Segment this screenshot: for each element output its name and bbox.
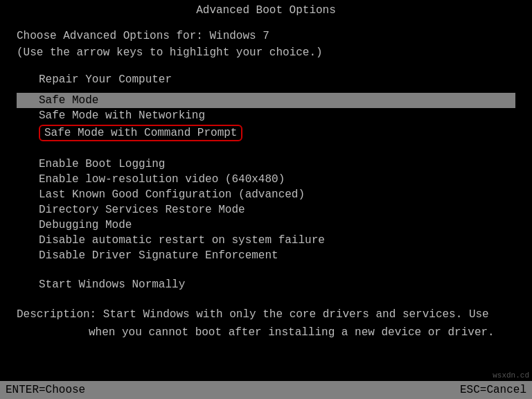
title-bar: Advanced Boot Options (0, 0, 532, 21)
menu-item-safe-mode-networking[interactable]: Safe Mode with Networking (17, 108, 515, 123)
repair-computer[interactable]: Repair Your Computer (17, 72, 515, 87)
description-section: Description: Start Windows with only the… (17, 306, 515, 342)
menu-item-safe-mode-command-prompt[interactable]: Safe Mode with Command Prompt (17, 123, 515, 143)
main-content: Choose Advanced Options for: Windows 7 (… (0, 21, 532, 342)
bottom-bar: ENTER=Choose ESC=Cancel (0, 381, 532, 399)
menu-item-start-windows-normally[interactable]: Start Windows Normally (17, 277, 515, 292)
header-line1: Choose Advanced Options for: Windows 7 (17, 28, 515, 44)
title-text: Advanced Boot Options (196, 4, 336, 17)
menu-item-disable-restart[interactable]: Disable automatic restart on system fail… (17, 233, 515, 248)
menu-item-low-res-video[interactable]: Enable low-resolution video (640x480) (17, 172, 515, 187)
circle-highlight: Safe Mode with Command Prompt (39, 125, 242, 141)
menu-section: Repair Your Computer Safe Mode Safe Mode… (17, 72, 515, 292)
header-line2: (Use the arrow keys to highlight your ch… (17, 44, 515, 61)
esc-cancel-label: ESC=Cancel (460, 384, 526, 396)
description-header: Choose Advanced Options for: Windows 7 (… (17, 28, 515, 61)
description-line1: Description: Start Windows with only the… (17, 306, 515, 324)
watermark: wsxdn.cd (493, 371, 529, 380)
description-line2: when you cannot boot after installing a … (17, 324, 515, 342)
menu-item-boot-logging[interactable]: Enable Boot Logging (17, 157, 515, 172)
enter-choose-label: ENTER=Choose (6, 384, 85, 396)
menu-item-directory-services[interactable]: Directory Services Restore Mode (17, 202, 515, 218)
menu-item-safe-mode[interactable]: Safe Mode (17, 93, 515, 108)
menu-item-last-known-good[interactable]: Last Known Good Configuration (advanced) (17, 187, 515, 202)
menu-item-disable-driver-signature[interactable]: Disable Driver Signature Enforcement (17, 248, 515, 263)
menu-item-debugging[interactable]: Debugging Mode (17, 218, 515, 233)
